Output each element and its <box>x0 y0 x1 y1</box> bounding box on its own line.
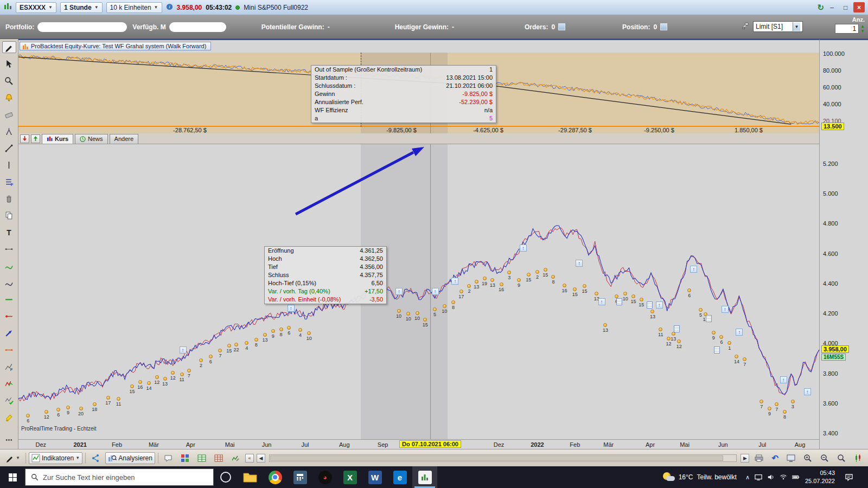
clock-icon <box>80 136 86 142</box>
price-axis-column[interactable]: 20.100 13.500 3.958,00 16M55S 100.00080.… <box>819 39 868 449</box>
sell-button[interactable] <box>20 134 29 143</box>
taskbar-weather[interactable]: 16°C Teilw. bewölkt <box>660 472 740 482</box>
scrollbar-thumb[interactable] <box>270 455 723 461</box>
highlighter-tool[interactable] <box>2 411 16 423</box>
vertical-line-tool[interactable] <box>2 159 16 171</box>
sync-icon[interactable]: ↻ <box>817 3 824 12</box>
text-tool[interactable]: T <box>2 226 16 238</box>
symbol-selector[interactable]: ESXXXX▼ <box>16 2 56 13</box>
time-axis-label: Aug <box>795 441 806 448</box>
taskbar-calculator[interactable] <box>288 466 312 488</box>
chat-button[interactable] <box>161 452 175 464</box>
orders-table-button[interactable] <box>212 452 226 464</box>
draw-pencil-tool[interactable] <box>2 41 16 53</box>
minimize-button[interactable]: – <box>826 2 838 12</box>
analyze-button[interactable]: Analysieren <box>105 452 155 464</box>
fullscreen-button[interactable] <box>784 452 798 464</box>
zigzag-tool[interactable] <box>2 377 16 389</box>
scroll-left-button[interactable]: ◀ <box>257 454 265 463</box>
action-center-button[interactable] <box>840 473 858 481</box>
battery-icon[interactable] <box>792 473 800 481</box>
horizontal-line-green-tool[interactable] <box>2 293 16 305</box>
draw-menu-button[interactable]: ▼ <box>3 452 23 464</box>
start-button[interactable] <box>0 466 25 488</box>
chart-settings-button[interactable] <box>228 452 242 464</box>
multi-chart-button[interactable] <box>178 452 192 464</box>
wf-period-value: -29.287,50 $ <box>558 127 592 133</box>
system-tray[interactable]: ∧ <box>745 473 800 481</box>
taskbar-word[interactable]: W <box>362 466 387 488</box>
tab-kurs[interactable]: Kurs <box>42 134 73 144</box>
time-axis-label: Apr <box>646 441 655 448</box>
taskbar-search[interactable]: Zur Suche Text hier eingeben <box>25 468 214 486</box>
taskbar-excel[interactable]: X <box>337 466 362 488</box>
market-open-indicator <box>235 5 240 10</box>
undo-button[interactable]: ↶ <box>769 452 781 465</box>
time-axis-label: Mär <box>603 441 614 448</box>
collapse-toolbar-button[interactable]: « <box>245 454 254 463</box>
copy-icon[interactable] <box>2 209 16 221</box>
monitor-tray-icon[interactable] <box>755 473 762 481</box>
quantity-input[interactable]: 1 <box>835 24 859 34</box>
order-tool-icon[interactable] <box>742 22 750 31</box>
taskbar-chrome[interactable] <box>263 466 288 488</box>
taskbar-explorer[interactable] <box>238 466 263 488</box>
zoom-in-button[interactable] <box>801 452 815 464</box>
more-tools-icon[interactable] <box>2 434 16 446</box>
info-icon[interactable]: i <box>166 3 173 12</box>
scroll-right-button[interactable]: ▶ <box>741 454 749 463</box>
time-axis-label: Dez <box>494 441 505 448</box>
curve-tool-dark[interactable] <box>2 277 16 288</box>
tray-expand-icon[interactable]: ∧ <box>745 474 750 481</box>
indicators-button[interactable]: Indikatoren▼ <box>29 452 82 464</box>
stepper-down-icon[interactable]: ▼ <box>860 29 865 34</box>
zoom-reset-button[interactable] <box>834 452 848 464</box>
volume-icon[interactable] <box>767 473 775 481</box>
timeframe-selector[interactable]: 1 Stunde▼ <box>60 2 103 13</box>
measure-compass-tool[interactable] <box>2 125 16 137</box>
arrow-tool[interactable] <box>2 327 16 339</box>
zoom-tool[interactable] <box>2 75 16 87</box>
equity-axis-tick: 40.000 <box>823 101 841 107</box>
cortana-button[interactable] <box>214 466 238 488</box>
horizontal-line-red-tool[interactable] <box>2 310 16 322</box>
zoom-out-button[interactable] <box>818 452 832 464</box>
curve-tool-green[interactable] <box>2 260 16 272</box>
chart-f-tool[interactable]: F <box>2 361 16 373</box>
watchlist-button[interactable] <box>195 452 209 464</box>
stepper-up-icon[interactable]: ▲ <box>860 24 865 29</box>
segment-tool[interactable] <box>2 243 16 255</box>
trash-icon[interactable] <box>2 192 16 204</box>
zigzag-check-tool[interactable] <box>2 394 16 406</box>
quantity-stepper[interactable]: ▲▼ <box>860 24 865 34</box>
fibonacci-tool[interactable]: F <box>2 176 16 188</box>
alarm-bell-icon[interactable] <box>2 92 16 104</box>
time-axis-label: Feb <box>112 441 122 448</box>
eraser-tool[interactable] <box>2 108 16 120</box>
candle-style-button[interactable] <box>851 452 865 464</box>
taskbar-clock[interactable]: 05:43 25.07.2022 <box>805 469 835 485</box>
tab-andere[interactable]: Andere <box>110 134 138 144</box>
buy-button[interactable] <box>31 134 40 143</box>
maximize-button[interactable]: □ <box>840 2 851 12</box>
positions-list-icon[interactable] <box>660 23 667 30</box>
taskbar-trading-app-active[interactable] <box>412 466 437 488</box>
taskbar-media-app[interactable]: ◕ <box>312 466 337 488</box>
time-axis-label: Mai <box>225 441 235 448</box>
line-dots-tool[interactable] <box>2 344 16 356</box>
taskbar-edge[interactable]: e <box>387 466 412 488</box>
tab-news[interactable]: News <box>75 134 108 144</box>
units-selector[interactable]: 10 k Einheiten▼ <box>106 2 162 13</box>
chart-horizontal-scrollbar[interactable] <box>269 454 737 462</box>
chart-area[interactable]: ProBacktest Equity-Kurve: Test WF Grahal… <box>18 39 819 449</box>
network-icon[interactable] <box>780 473 787 481</box>
equity-panel-title-tab[interactable]: ProBacktest Equity-Kurve: Test WF Grahal… <box>20 42 211 50</box>
orders-list-icon[interactable] <box>558 23 565 30</box>
share-button[interactable] <box>88 452 103 464</box>
cursor-tool[interactable] <box>2 58 16 70</box>
print-button[interactable] <box>752 452 766 464</box>
close-button[interactable]: × <box>853 2 865 12</box>
time-axis-label: Jul <box>758 441 766 448</box>
trendline-tool[interactable] <box>2 142 16 154</box>
order-type-dropdown[interactable]: Limit [S1]▼ <box>753 21 803 32</box>
